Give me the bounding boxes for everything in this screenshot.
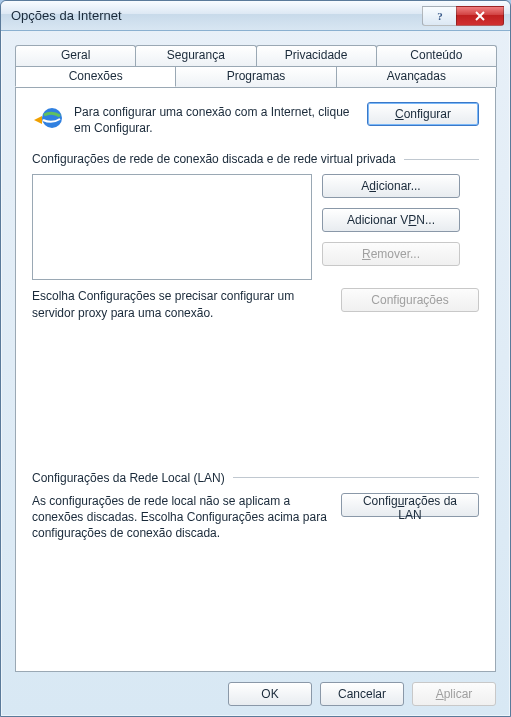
lan-settings-button[interactable]: Configurações da LAN [341, 493, 479, 517]
divider [404, 159, 479, 160]
svg-point-3 [42, 108, 62, 128]
lan-section: Configurações da Rede Local (LAN) As con… [32, 471, 479, 542]
setup-icon [32, 102, 64, 134]
intro-text: Para configurar uma conexão com a Intern… [74, 102, 357, 136]
remove-button-label: Remover... [362, 247, 420, 261]
connections-listbox[interactable] [32, 174, 312, 280]
apply-button-label: Aplicar [436, 687, 473, 701]
dialup-section-title: Configurações de rede de conexão discada… [32, 152, 396, 166]
configure-button[interactable]: Configurar [367, 102, 479, 126]
tab-content[interactable]: Conteúdo [376, 45, 497, 66]
proxy-btn-stack: Configurações [341, 288, 479, 312]
help-button[interactable]: ? [422, 6, 456, 26]
close-icon [474, 10, 486, 22]
tabs-row-1: Geral Segurança Privacidade Conteúdo [15, 45, 496, 66]
lan-section-title: Configurações da Rede Local (LAN) [32, 471, 225, 485]
proxy-text: Escolha Configurações se precisar config… [32, 288, 331, 320]
ok-button[interactable]: OK [228, 682, 312, 706]
dialup-button-stack: Adicionar... Adicionar VPN... Remover... [322, 174, 460, 266]
lan-section-header: Configurações da Rede Local (LAN) [32, 471, 479, 485]
add-button[interactable]: Adicionar... [322, 174, 460, 198]
dialup-section-header: Configurações de rede de conexão discada… [32, 152, 479, 166]
tabs-row-2: Conexões Programas Avançadas [15, 66, 496, 87]
cancel-button[interactable]: Cancelar [320, 682, 404, 706]
add-vpn-button-label: Adicionar VPN... [347, 213, 435, 227]
client-area: Geral Segurança Privacidade Conteúdo Con… [1, 31, 510, 716]
lan-btn-stack: Configurações da LAN [341, 493, 479, 517]
settings-button-label: Configurações [371, 293, 448, 307]
dialup-area: Adicionar... Adicionar VPN... Remover... [32, 174, 479, 280]
internet-options-window: Opções da Internet ? Geral Segurança Pri… [0, 0, 511, 717]
tab-security[interactable]: Segurança [135, 45, 256, 66]
settings-button: Configurações [341, 288, 479, 312]
titlebar: Opções da Internet ? [1, 1, 510, 31]
tab-general[interactable]: Geral [15, 45, 136, 66]
intro-row: Para configurar uma conexão com a Intern… [32, 102, 479, 136]
tab-privacy[interactable]: Privacidade [256, 45, 377, 66]
apply-button: Aplicar [412, 682, 496, 706]
window-title: Opções da Internet [11, 8, 422, 23]
close-button[interactable] [456, 6, 504, 26]
title-buttons: ? [422, 6, 504, 26]
dialog-buttons: OK Cancelar Aplicar [15, 672, 496, 706]
add-button-label: Adicionar... [361, 179, 420, 193]
proxy-row: Escolha Configurações se precisar config… [32, 288, 479, 320]
tab-advanced[interactable]: Avançadas [336, 66, 497, 87]
lan-row: As configurações de rede local não se ap… [32, 493, 479, 542]
svg-text:?: ? [437, 10, 443, 22]
lan-settings-button-label: Configurações da LAN [363, 494, 457, 522]
tab-programs[interactable]: Programas [175, 66, 336, 87]
remove-button: Remover... [322, 242, 460, 266]
tab-connections[interactable]: Conexões [15, 66, 176, 87]
lan-text: As configurações de rede local não se ap… [32, 493, 331, 542]
configure-button-label: Configurar [395, 107, 451, 121]
add-vpn-button[interactable]: Adicionar VPN... [322, 208, 460, 232]
divider [233, 477, 479, 478]
help-icon: ? [434, 10, 446, 22]
tab-panel-connections: Para configurar uma conexão com a Intern… [15, 87, 496, 672]
